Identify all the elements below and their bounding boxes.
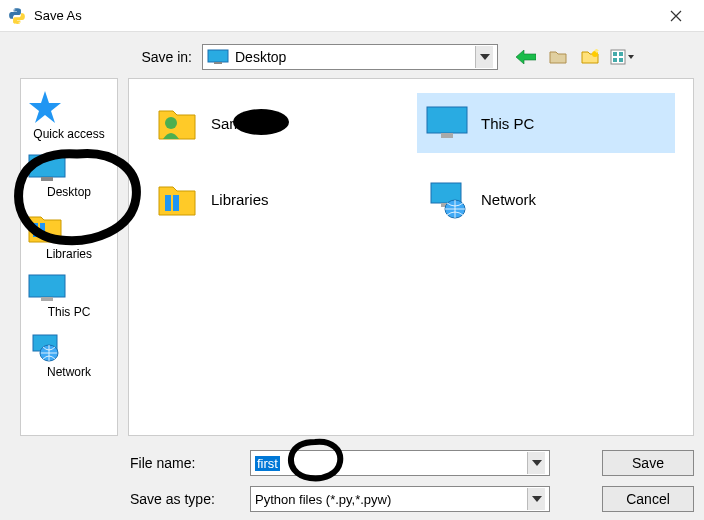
- monitor-icon: [27, 273, 67, 303]
- file-item-label: This PC: [481, 115, 534, 132]
- svg-rect-6: [613, 58, 617, 62]
- svg-rect-12: [29, 275, 65, 297]
- filetype-value: Python files (*.py,*.pyw): [255, 492, 527, 507]
- svg-rect-8: [29, 155, 65, 177]
- file-list[interactable]: Sam This PC Libraries Network: [128, 78, 694, 436]
- svg-rect-10: [33, 223, 38, 237]
- places-bar: Quick access Desktop Libraries This PC N…: [20, 78, 118, 436]
- svg-point-16: [165, 117, 177, 129]
- filename-row: File name: first Save: [10, 446, 694, 476]
- filetype-select[interactable]: Python files (*.py,*.pyw): [250, 486, 550, 512]
- save-in-value: Desktop: [235, 49, 475, 65]
- places-quick-access[interactable]: Quick access: [27, 85, 111, 145]
- svg-rect-20: [173, 195, 179, 211]
- globe-icon: [27, 331, 63, 363]
- monitor-icon: [425, 101, 469, 145]
- svg-rect-1: [214, 62, 222, 64]
- filename-label: File name:: [130, 455, 240, 471]
- filetype-row: Save as type: Python files (*.py,*.pyw) …: [10, 482, 694, 512]
- recent-locations-button[interactable]: [546, 45, 570, 69]
- filename-input[interactable]: first: [250, 450, 550, 476]
- save-in-label: Save in:: [130, 49, 192, 65]
- svg-rect-5: [619, 52, 623, 56]
- save-in-row: Save in: Desktop: [10, 40, 694, 78]
- places-label: Quick access: [27, 127, 111, 141]
- svg-rect-0: [208, 50, 228, 62]
- places-label: This PC: [27, 305, 111, 319]
- svg-rect-4: [613, 52, 617, 56]
- svg-rect-19: [165, 195, 171, 211]
- svg-rect-13: [41, 297, 53, 301]
- svg-rect-17: [427, 107, 467, 133]
- star-icon: [27, 89, 63, 125]
- svg-rect-11: [40, 223, 45, 237]
- monitor-icon: [27, 153, 67, 183]
- user-folder-icon: [155, 101, 199, 145]
- desktop-icon: [207, 49, 229, 65]
- window-title: Save As: [34, 8, 656, 23]
- file-item-this-pc[interactable]: This PC: [417, 93, 675, 153]
- filetype-label: Save as type:: [130, 491, 240, 507]
- chevron-down-icon: [475, 46, 493, 68]
- file-item-label: Sam: [211, 115, 242, 132]
- cancel-button[interactable]: Cancel: [602, 486, 694, 512]
- file-item-libraries[interactable]: Libraries: [147, 169, 405, 229]
- svg-rect-9: [41, 177, 53, 181]
- places-label: Libraries: [27, 247, 111, 261]
- close-button[interactable]: [656, 2, 696, 30]
- libraries-folder-icon: [155, 177, 199, 221]
- places-desktop[interactable]: Desktop: [27, 149, 111, 203]
- places-libraries[interactable]: Libraries: [27, 207, 111, 265]
- chevron-down-icon: [527, 488, 545, 510]
- chevron-down-icon: [527, 452, 545, 474]
- save-in-select[interactable]: Desktop: [202, 44, 498, 70]
- network-monitor-icon: [425, 177, 469, 221]
- save-button[interactable]: Save: [602, 450, 694, 476]
- new-folder-button[interactable]: [578, 45, 602, 69]
- titlebar: Save As: [0, 0, 704, 32]
- file-item-network[interactable]: Network: [417, 169, 675, 229]
- view-menu-button[interactable]: [610, 45, 634, 69]
- places-label: Network: [27, 365, 111, 379]
- places-network[interactable]: Network: [27, 327, 111, 383]
- libraries-icon: [27, 211, 63, 245]
- back-button[interactable]: [514, 45, 538, 69]
- file-item-sam[interactable]: Sam: [147, 93, 405, 153]
- file-item-label: Network: [481, 191, 536, 208]
- filename-value: first: [255, 456, 280, 471]
- places-label: Desktop: [27, 185, 111, 199]
- file-item-label: Libraries: [211, 191, 269, 208]
- svg-rect-18: [441, 133, 453, 138]
- places-this-pc[interactable]: This PC: [27, 269, 111, 323]
- svg-rect-7: [619, 58, 623, 62]
- python-app-icon: [8, 7, 26, 25]
